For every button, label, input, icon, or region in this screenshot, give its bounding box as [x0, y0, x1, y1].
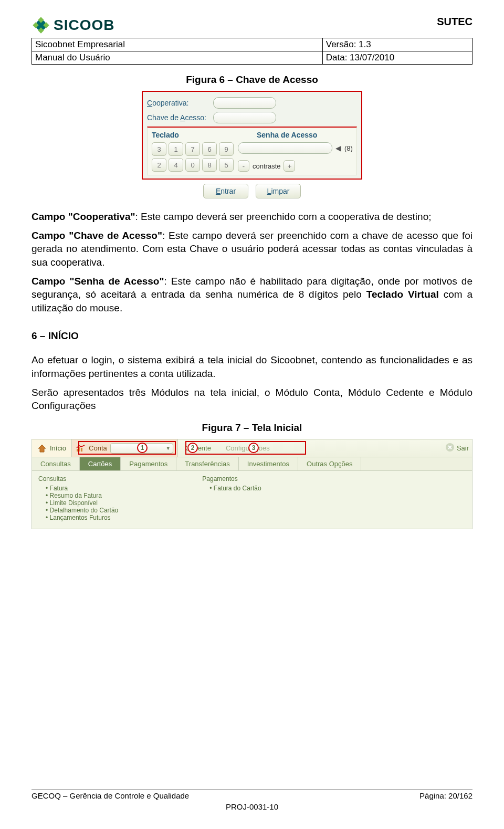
meta-manual: Manual do Usuário: [32, 51, 323, 65]
subnav-pagamentos[interactable]: Pagamentos: [121, 457, 176, 470]
annotation-outline-1: [78, 441, 176, 455]
submenu-pagamentos-heading: Pagamentos: [202, 475, 261, 482]
meta-date: Data: 13/07/2010: [322, 51, 472, 65]
key-7[interactable]: 7: [185, 142, 200, 156]
teclado-title: Teclado: [152, 131, 257, 139]
para-senha: Campo "Senha de Acesso": Este campo não …: [32, 275, 472, 315]
para-inicio-2: Serão apresentados três Módulos na tela …: [32, 386, 472, 413]
key-3[interactable]: 3: [152, 142, 166, 156]
annotation-circle-2: 2: [187, 443, 198, 453]
login-panel: Cooperativa: Chave de Acesso: Teclado Se…: [142, 91, 362, 198]
limpar-button[interactable]: Limpar: [256, 184, 301, 198]
subnav-outras[interactable]: Outras Opções: [298, 457, 361, 470]
list-item[interactable]: Lançamentos Futuros: [46, 514, 118, 521]
meta-title: Sicoobnet Empresarial: [32, 38, 323, 51]
entrar-button[interactable]: Entrar: [203, 184, 248, 198]
subnav-investimentos[interactable]: Investimentos: [239, 457, 298, 470]
close-icon: [445, 443, 455, 454]
section-6-heading: 6 – INÍCIO: [32, 330, 472, 342]
submenu-pagamentos: Pagamentos Fatura do Cartão: [202, 475, 261, 521]
footer-proj: PROJ-0031-10: [32, 802, 472, 811]
key-0[interactable]: 0: [185, 158, 200, 172]
annotation-outline-2: [185, 441, 306, 455]
key-1[interactable]: 1: [169, 142, 183, 156]
contrast-minus-button[interactable]: -: [238, 160, 249, 172]
sair-button[interactable]: Sair: [445, 439, 469, 457]
cooperativa-input[interactable]: [213, 97, 276, 109]
list-item[interactable]: Fatura do Cartão: [209, 485, 261, 492]
backspace-icon[interactable]: ◀: [335, 144, 341, 152]
meta-version: Versão: 1.3: [322, 38, 472, 51]
tab-inicio[interactable]: Início: [32, 439, 72, 457]
key-4[interactable]: 4: [169, 158, 183, 172]
footer-right: Página: 20/162: [419, 791, 472, 800]
list-item[interactable]: Limite Disponível: [46, 499, 118, 507]
logo-mark-icon: [32, 16, 50, 35]
subnav: Consultas Cartões Pagamentos Transferênc…: [32, 457, 472, 471]
logo: SICOOB: [32, 16, 114, 35]
key-5[interactable]: 5: [219, 158, 234, 172]
key-2[interactable]: 2: [152, 158, 166, 172]
para-chave: Campo "Chave de Acesso": Este campo deve…: [32, 229, 472, 269]
sutec-label: SUTEC: [437, 16, 472, 28]
submenu-consultas-heading: Consultas: [38, 475, 118, 482]
list-item[interactable]: Detalhamento do Cartão: [46, 507, 118, 514]
list-item[interactable]: Resumo da Fatura: [46, 492, 118, 499]
footer-left: GECOQ – Gerência de Controle e Qualidade: [32, 791, 189, 800]
svg-marker-5: [38, 445, 46, 452]
subnav-cartoes[interactable]: Cartões: [80, 457, 121, 470]
para-inicio-1: Ao efetuar o login, o sistema exibirá a …: [32, 353, 472, 380]
key-8[interactable]: 8: [202, 158, 217, 172]
para-cooperativa: Campo "Cooperativa": Este campo deverá s…: [32, 210, 472, 224]
virtual-keypad: 3 1 7 6 9 2 4 0 8 5: [152, 142, 234, 172]
contrast-plus-button[interactable]: +: [284, 160, 295, 172]
cooperativa-label: Cooperativa:: [147, 99, 210, 107]
key-6[interactable]: 6: [202, 142, 217, 156]
chave-input[interactable]: [213, 112, 276, 123]
figure6-title: Figura 6 – Chave de Acesso: [32, 74, 472, 86]
list-item[interactable]: Fatura: [46, 485, 118, 492]
contrast-label: contraste: [253, 162, 280, 170]
key-9[interactable]: 9: [219, 142, 234, 156]
annotation-circle-1: 1: [137, 443, 148, 453]
home-icon: [37, 444, 47, 453]
figure7-screenshot: Início Conta ▼ Cedente Configurações 1 2…: [32, 439, 472, 529]
chave-label: Chave de Acesso:: [147, 113, 210, 122]
figure7-title: Figura 7 – Tela Inicial: [32, 422, 472, 434]
subnav-transferencias[interactable]: Transferências: [176, 457, 239, 470]
meta-table: Sicoobnet Empresarial Versão: 1.3 Manual…: [32, 38, 472, 65]
senha-count: (8): [344, 144, 353, 152]
annotation-circle-3: 3: [248, 443, 259, 453]
senha-input[interactable]: [238, 142, 332, 154]
logo-text: SICOOB: [54, 17, 114, 34]
subnav-consultas[interactable]: Consultas: [32, 457, 80, 470]
submenu-consultas: Consultas Fatura Resumo da Fatura Limite…: [38, 475, 118, 521]
senha-title: Senha de Acesso: [257, 131, 317, 139]
